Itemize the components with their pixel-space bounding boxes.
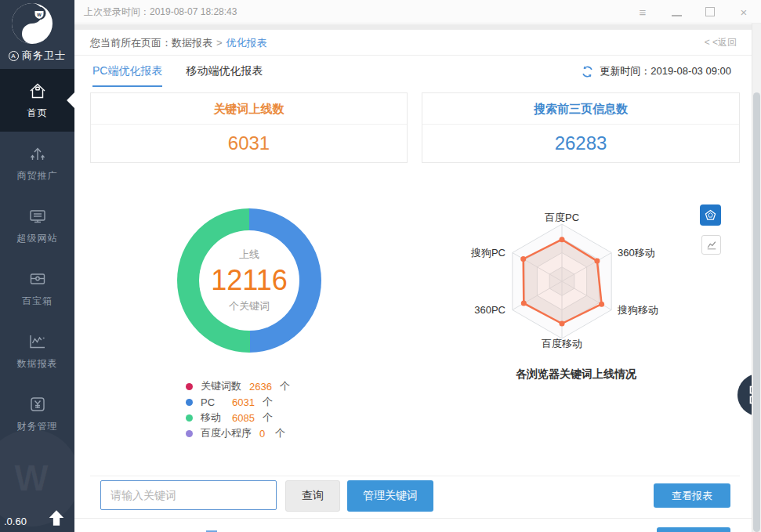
manage-keywords-button[interactable]: 管理关键词 [347, 480, 433, 512]
next-section-partial [74, 518, 752, 532]
update-time-row: 更新时间：2019-08-03 09:00 [581, 56, 731, 87]
sidebar-item-label: 首页 [27, 107, 48, 120]
view-report-button[interactable]: 查看报表 [654, 483, 730, 508]
line-view-button[interactable] [701, 235, 721, 255]
legend-label: 关键词数 [201, 379, 241, 393]
radar-axis-label: 搜狗移动 [617, 304, 658, 316]
donut-legend: 关键词数 2636 个 PC 6031 个 移动 6085 个 百度小程序 0 … [186, 378, 290, 441]
vertical-scrollbar [752, 24, 761, 532]
legend-dot [186, 430, 193, 437]
legend-item: PC 6031 个 [186, 394, 290, 410]
radar-view-button[interactable] [700, 204, 721, 226]
brand-badge-icon: A [9, 51, 19, 61]
sidebar-item-label: 商贸推广 [17, 169, 58, 183]
legend-label: PC [201, 396, 224, 408]
app-window: w A 商务卫士 首页 [0, 0, 761, 532]
legend-unit: 个 [275, 426, 285, 440]
next-section-button-sliver [657, 527, 730, 532]
radar-axis-label: 360移动 [618, 247, 655, 259]
sidebar-item-label: 数据报表 [17, 357, 58, 371]
yuan-icon [27, 394, 48, 414]
breadcrumb-parent-link[interactable]: 数据报表 [172, 37, 212, 49]
stat-card-title: 关键词上线数 [91, 93, 407, 125]
legend-value: 2636 [249, 381, 272, 393]
stat-card-top3-info: 搜索前三页信息数 26283 [422, 92, 740, 163]
app-logo-icon: w [11, 2, 53, 45]
close-icon[interactable]: × [737, 5, 750, 19]
scrollbar-thumb[interactable] [753, 92, 760, 532]
stat-card-title: 搜索前三页信息数 [422, 93, 739, 125]
tab-pc-report[interactable]: PC端优化报表 [92, 56, 162, 87]
toolbox-icon [27, 269, 48, 289]
breadcrumb-current-link[interactable]: 优化报表 [226, 37, 267, 49]
legend-item: 百度小程序 0 个 [186, 425, 290, 441]
promotion-icon [27, 143, 48, 164]
brand: A 商务卫士 [0, 49, 74, 63]
home-icon [27, 81, 48, 101]
legend-unit: 个 [263, 411, 273, 425]
monitor-icon [27, 206, 48, 226]
back-link[interactable]: < <返回 [705, 30, 737, 56]
refresh-icon[interactable] [581, 65, 594, 78]
legend-unit: 个 [263, 395, 273, 409]
report-tabs: PC端优化报表 移动端优化报表 [92, 56, 263, 87]
header-divider [74, 24, 761, 30]
legend-dot [186, 414, 193, 422]
breadcrumb-row: 您当前所在页面：数据报表>优化报表 < <返回 [74, 30, 752, 56]
radar-caption: 各浏览器关键词上线情况 [439, 367, 713, 382]
legend-item: 关键词数 2636 个 [186, 378, 290, 394]
stat-card-value: 6031 [91, 125, 407, 162]
legend-dot [186, 383, 193, 390]
version-text: .0.60 [4, 516, 27, 527]
legend-label: 百度小程序 [201, 426, 252, 440]
window-controls: ≡ × [636, 0, 755, 24]
sidebar-menu: 首页 商贸推广 超级网站 [0, 69, 74, 445]
section-divider [90, 476, 740, 476]
maximize-icon[interactable] [704, 5, 716, 19]
sidebar-item-promotion[interactable]: 商贸推广 [0, 132, 74, 194]
legend-item: 移动 6085 个 [186, 410, 290, 425]
breadcrumb-arrow: > [216, 37, 223, 49]
tab-mobile-report[interactable]: 移动端优化报表 [186, 56, 263, 87]
keyword-search-input[interactable] [100, 480, 277, 510]
donut-center-top-label: 上线 [239, 248, 259, 262]
radar-axis-label: 360PC [474, 304, 506, 316]
brand-name: 商务卫士 [22, 49, 66, 63]
update-time-text: 更新时间：2019-08-03 09:00 [600, 64, 731, 78]
main-panel: PC端优化报表 移动端优化报表 更新时间：2019-08-03 09:00 关键… [74, 56, 752, 532]
radar-axis-label: 搜狗PC [470, 247, 506, 259]
minimize-icon[interactable] [670, 5, 683, 19]
stat-card-keywords-online: 关键词上线数 6031 [90, 92, 408, 163]
legend-value: 6031 [232, 396, 255, 408]
sidebar-item-label: 百宝箱 [22, 295, 53, 308]
donut-chart: 上线 12116 个关键词 [177, 208, 321, 353]
sidebar-item-home[interactable]: 首页 [0, 69, 74, 132]
donut-center-value: 12116 [211, 264, 287, 297]
line-chart-icon [27, 331, 48, 352]
back-to-top-arrow-icon[interactable] [47, 508, 66, 527]
breadcrumb: 您当前所在页面：数据报表>优化报表 [90, 30, 267, 56]
legend-unit: 个 [280, 379, 290, 393]
legend-dot [186, 399, 193, 406]
sidebar-item-data-report[interactable]: 数据报表 [0, 320, 74, 382]
legend-value: 0 [259, 428, 267, 440]
legend-value: 6085 [232, 412, 255, 424]
svg-text:w: w [36, 12, 42, 17]
menu-icon[interactable]: ≡ [636, 5, 649, 19]
radar-axis-label: 百度移动 [542, 338, 582, 349]
sidebar-item-label: 超级网站 [17, 232, 58, 245]
stat-card-value: 26283 [422, 125, 739, 162]
breadcrumb-prefix: 您当前所在页面： [90, 37, 172, 49]
radar-axis-label: 百度PC [545, 212, 579, 223]
query-button[interactable]: 查询 [285, 480, 340, 512]
donut-center: 上线 12116 个关键词 [199, 230, 299, 331]
title-bar: 上次登录时间：2019-08-07 18:28:43 ≡ × [74, 0, 761, 24]
sidebar: w A 商务卫士 首页 [0, 0, 74, 532]
donut-center-bottom-label: 个关键词 [229, 299, 270, 313]
radar-chart: 百度PC 360移动 搜狗移动 百度移动 360PC 搜狗PC [427, 196, 694, 365]
sidebar-item-super-website[interactable]: 超级网站 [0, 194, 74, 257]
active-item-notch [67, 92, 74, 108]
sidebar-item-toolbox[interactable]: 百宝箱 [0, 257, 74, 320]
last-login-time: 上次登录时间：2019-08-07 18:28:43 [84, 0, 237, 24]
legend-label: 移动 [201, 411, 224, 425]
